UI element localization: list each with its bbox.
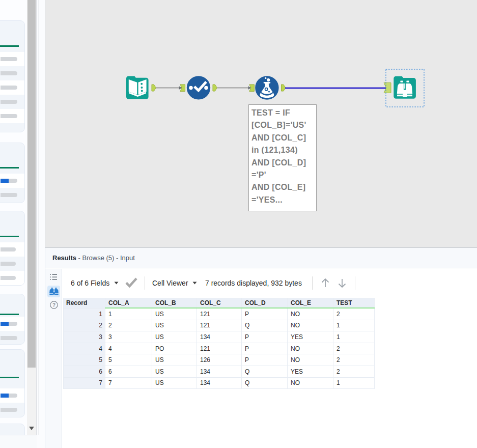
svg-text:?: ? [52, 302, 55, 308]
